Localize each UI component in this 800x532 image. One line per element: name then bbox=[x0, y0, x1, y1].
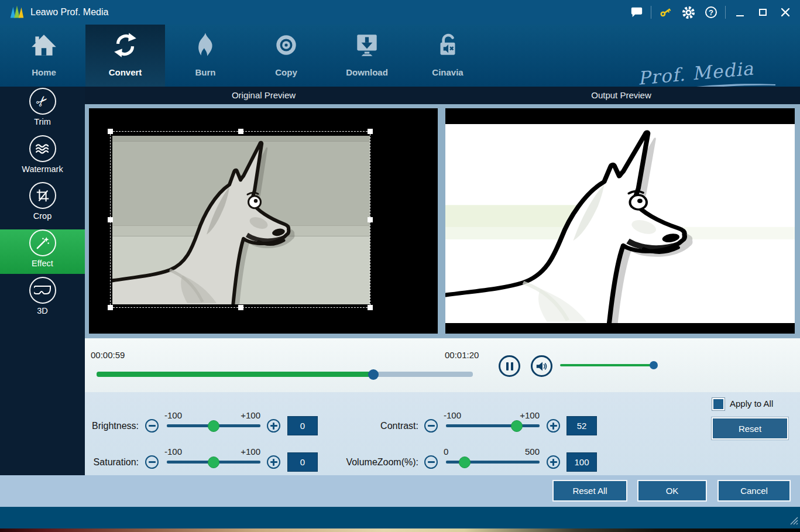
brightness-max-label: +100 bbox=[231, 410, 260, 420]
volume-slider[interactable] bbox=[560, 364, 654, 366]
contrast-min-label: -100 bbox=[444, 410, 461, 420]
volume-thumb[interactable] bbox=[650, 361, 658, 369]
titlebar: Leawo Prof. Media ? bbox=[0, 0, 800, 25]
effects-panel: Brightness: -100 +100 0 Contrast: -100 +… bbox=[85, 392, 800, 475]
speaker-icon bbox=[535, 359, 549, 373]
sidebar-item-effect[interactable]: Effect bbox=[0, 229, 85, 274]
nav-download[interactable]: Download bbox=[335, 25, 399, 87]
nav-copy[interactable]: Copy bbox=[254, 25, 318, 87]
volumezoom-plus-button[interactable] bbox=[547, 455, 560, 469]
footer-bar: Reset All OK Cancel bbox=[0, 475, 800, 507]
resize-grip[interactable] bbox=[790, 517, 798, 527]
saturation-thumb[interactable] bbox=[208, 457, 219, 468]
titlebar-controls: ? bbox=[628, 0, 794, 25]
sidebar-item-crop[interactable]: Crop bbox=[0, 182, 85, 226]
bottom-status-bar bbox=[0, 507, 800, 528]
original-preview-title: Original Preview bbox=[85, 87, 442, 104]
close-button[interactable] bbox=[777, 4, 794, 21]
seek-thumb[interactable] bbox=[368, 369, 379, 380]
playback-panel: 00:00:59 00:01:20 bbox=[85, 338, 800, 392]
brightness-thumb[interactable] bbox=[208, 420, 219, 432]
volume-button[interactable] bbox=[531, 355, 552, 377]
crop-handle[interactable] bbox=[108, 305, 113, 310]
output-video-frame bbox=[445, 124, 795, 323]
help-glyph: ? bbox=[705, 6, 717, 18]
brightness-min-label: -100 bbox=[164, 410, 182, 420]
burn-flame-icon bbox=[191, 31, 219, 59]
app-title: Leawo Prof. Media bbox=[30, 0, 108, 25]
apply-to-all-label: Apply to All bbox=[730, 399, 773, 409]
nav-burn-label: Burn bbox=[173, 67, 238, 77]
saturation-max-label: +100 bbox=[231, 447, 260, 457]
nav-cinavia-label: Cinavia bbox=[416, 67, 480, 77]
nav-download-label: Download bbox=[335, 67, 399, 77]
reset-all-button[interactable]: Reset All bbox=[552, 480, 627, 502]
crop-frame-icon bbox=[29, 182, 56, 209]
brightness-plus-button[interactable] bbox=[267, 419, 280, 433]
main-nav: Home Convert Burn Copy Download bbox=[0, 25, 800, 87]
sidebar-effect-label: Effect bbox=[0, 259, 85, 268]
total-time: 00:01:20 bbox=[445, 350, 479, 360]
volumezoom-thumb[interactable] bbox=[459, 457, 471, 468]
crop-handle[interactable] bbox=[368, 305, 373, 310]
leawo-logo-icon bbox=[8, 4, 26, 23]
saturation-value: 0 bbox=[287, 452, 318, 472]
convert-icon bbox=[111, 31, 139, 59]
volumezoom-min-label: 0 bbox=[444, 447, 448, 457]
sidebar-crop-label: Crop bbox=[0, 211, 85, 221]
help-icon[interactable]: ? bbox=[702, 4, 720, 21]
volumezoom-minus-button[interactable] bbox=[424, 455, 438, 469]
sidebar-item-watermark[interactable]: Watermark bbox=[0, 135, 85, 180]
sidebar-watermark-label: Watermark bbox=[0, 164, 85, 174]
contrast-minus-button[interactable] bbox=[424, 419, 438, 433]
saturation-min-label: -100 bbox=[164, 447, 182, 457]
pause-icon bbox=[506, 362, 509, 370]
sidebar-item-trim[interactable]: ✂ Trim bbox=[0, 88, 85, 132]
crop-handle[interactable] bbox=[238, 129, 243, 134]
current-time: 00:00:59 bbox=[91, 350, 125, 360]
trim-scissors-icon: ✂ bbox=[29, 88, 56, 115]
seek-bar[interactable] bbox=[97, 372, 473, 377]
contrast-plus-button[interactable] bbox=[547, 419, 560, 433]
contrast-slider[interactable] bbox=[446, 424, 540, 427]
apply-to-all-checkbox[interactable] bbox=[712, 398, 725, 410]
nav-burn[interactable]: Burn bbox=[173, 25, 238, 87]
nav-cinavia[interactable]: Cinavia bbox=[416, 25, 480, 87]
brightness-minus-button[interactable] bbox=[145, 419, 159, 433]
crop-handle[interactable] bbox=[368, 129, 373, 134]
register-key-icon[interactable] bbox=[657, 4, 674, 21]
cancel-button[interactable]: Cancel bbox=[717, 480, 791, 502]
volumezoom-max-label: 500 bbox=[510, 447, 540, 457]
volumezoom-label: VolumeZoom(%): bbox=[337, 457, 418, 468]
contrast-value: 52 bbox=[566, 416, 597, 435]
saturation-minus-button[interactable] bbox=[145, 455, 159, 469]
nav-convert[interactable]: Convert bbox=[85, 25, 165, 87]
sidebar-3d-label: 3D bbox=[0, 306, 85, 315]
pause-button[interactable] bbox=[499, 355, 520, 377]
crop-handle[interactable] bbox=[368, 217, 373, 222]
nav-home[interactable]: Home bbox=[12, 25, 76, 87]
crop-handle[interactable] bbox=[108, 217, 113, 222]
effect-wand-icon bbox=[29, 229, 56, 256]
crop-selection-rect[interactable] bbox=[110, 131, 370, 308]
maximize-button[interactable] bbox=[754, 4, 771, 21]
copy-disc-icon bbox=[272, 31, 300, 59]
ok-button[interactable]: OK bbox=[637, 480, 707, 502]
sidebar-item-3d[interactable]: 3D bbox=[0, 277, 85, 321]
watermark-waves-icon bbox=[29, 135, 56, 162]
output-preview-title: Output Preview bbox=[442, 87, 800, 104]
nav-home-label: Home bbox=[12, 67, 76, 77]
feedback-icon[interactable] bbox=[628, 4, 646, 21]
home-icon bbox=[30, 31, 58, 59]
minimize-button[interactable] bbox=[731, 4, 749, 21]
contrast-thumb[interactable] bbox=[511, 420, 523, 432]
crop-handle[interactable] bbox=[238, 305, 243, 310]
cinavia-unlock-mute-icon bbox=[434, 31, 462, 59]
crop-handle[interactable] bbox=[108, 129, 113, 134]
settings-gear-icon[interactable] bbox=[679, 4, 697, 21]
saturation-plus-button[interactable] bbox=[267, 455, 280, 469]
reset-button[interactable]: Reset bbox=[712, 417, 788, 440]
preview-area bbox=[85, 104, 800, 338]
download-icon bbox=[353, 31, 381, 59]
output-preview-pane bbox=[445, 108, 795, 334]
